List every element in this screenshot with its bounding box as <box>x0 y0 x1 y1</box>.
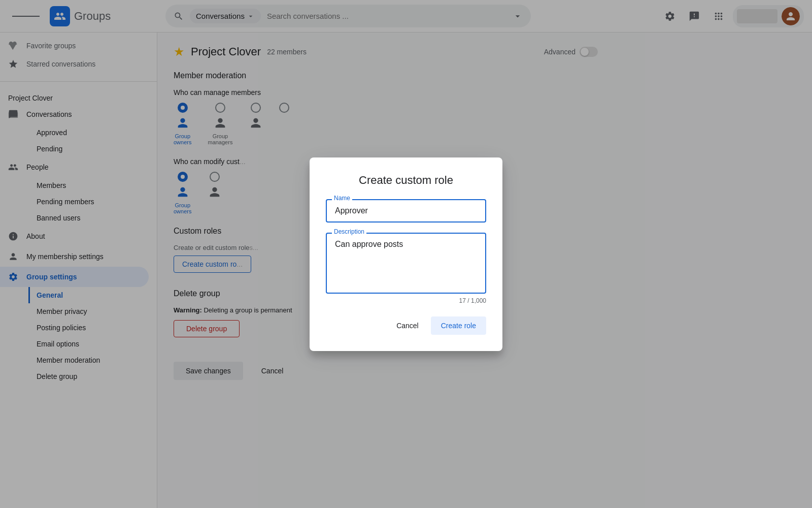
modal-title: Create custom role <box>326 174 486 187</box>
name-label: Name <box>332 195 352 202</box>
name-form-group: Name <box>326 199 486 223</box>
description-form-group: Description Can approve posts 17 / 1,000 <box>326 233 486 304</box>
modal-overlay[interactable]: Create custom role Name Description Can … <box>0 0 812 508</box>
char-count: 17 / 1,000 <box>326 297 486 304</box>
description-label: Description <box>332 228 366 235</box>
description-textarea[interactable]: Can approve posts <box>326 233 486 294</box>
modal-create-btn[interactable]: Create role <box>431 316 486 335</box>
create-custom-role-modal: Create custom role Name Description Can … <box>310 157 502 351</box>
modal-cancel-btn[interactable]: Cancel <box>388 316 427 335</box>
modal-actions: Cancel Create role <box>326 316 486 335</box>
name-input[interactable] <box>326 199 486 223</box>
